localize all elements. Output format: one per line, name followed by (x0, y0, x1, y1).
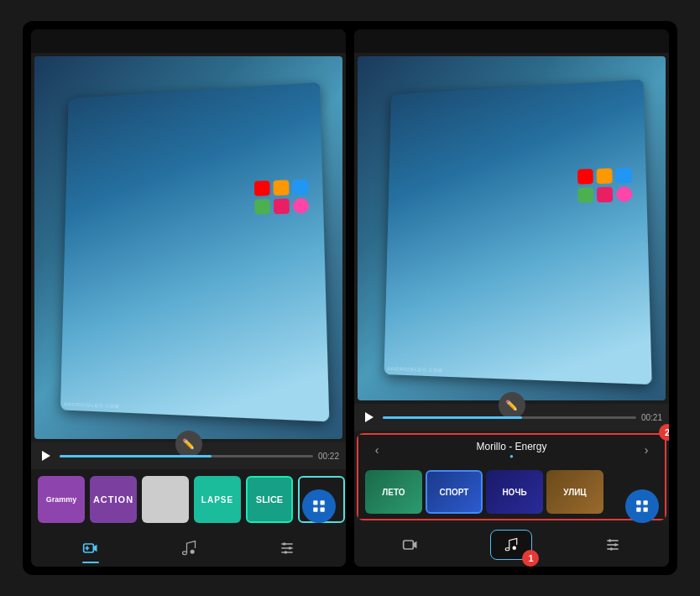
track-title: Morillo - Energy (476, 441, 546, 452)
main-container: ANDROIDLEO.COM 00:22 (0, 0, 700, 596)
left-progress-bar[interactable] (60, 455, 313, 457)
left-play-button[interactable] (38, 447, 55, 464)
music-note-icon (180, 540, 197, 557)
svg-rect-1 (321, 500, 325, 505)
music-note-svg (504, 537, 519, 552)
right-watermark: ANDROIDLEO.COM (387, 365, 442, 373)
watermark-text: ANDROIDLEO.COM (63, 401, 119, 409)
right-add-clip-button[interactable] (399, 533, 422, 557)
right-fab-button[interactable] (625, 489, 659, 523)
right-time-label: 00:21 (641, 413, 662, 422)
badge-1: 1 (522, 550, 539, 567)
svg-point-17 (513, 546, 517, 551)
right-progress-fill (383, 416, 522, 419)
svg-point-9 (283, 542, 285, 545)
left-progress-fill (60, 455, 212, 457)
svg-rect-13 (644, 500, 648, 505)
right-phone-mockup: ANDROIDLEO.COM (384, 79, 651, 384)
genre-city[interactable]: УЛИЦ (546, 470, 603, 514)
right-settings-button[interactable] (601, 533, 624, 557)
panels-wrapper: ANDROIDLEO.COM 00:22 (23, 21, 677, 575)
right-preview-bg: ANDROIDLEO.COM (358, 56, 666, 400)
tile-lapse[interactable]: LAPSE (194, 476, 241, 523)
right-progress-bar[interactable] (383, 416, 636, 419)
tile-slice[interactable]: SLICE (246, 476, 293, 523)
genre-night[interactable]: НОЧЬ (486, 470, 543, 514)
music-note-wrapper: 1 (490, 530, 532, 560)
music-tab-button[interactable] (177, 536, 201, 560)
svg-rect-12 (636, 500, 640, 505)
r-blue-icon (615, 167, 631, 183)
tile-grammy[interactable]: Grammy (38, 476, 85, 523)
genre-summer[interactable]: ЛЕТО (365, 470, 422, 514)
right-add-clip-icon (402, 536, 419, 553)
add-clip-icon (82, 540, 99, 557)
svg-rect-15 (644, 508, 648, 512)
svg-rect-14 (636, 508, 640, 512)
r-play-icon (616, 186, 632, 201)
left-preview-bg: ANDROIDLEO.COM (34, 56, 342, 439)
right-top-bar (354, 29, 669, 53)
svg-rect-16 (403, 541, 413, 549)
add-clip-button[interactable] (79, 536, 102, 560)
left-fab-button[interactable] (302, 489, 336, 523)
track-dot: ● (476, 452, 546, 460)
left-app-icons (254, 180, 309, 215)
green-icon (254, 200, 270, 216)
svg-point-22 (614, 543, 617, 546)
left-phone-mockup: ANDROIDLEO.COM (60, 82, 328, 421)
next-track-button[interactable]: › (636, 440, 656, 460)
left-play-triangle (42, 451, 50, 461)
svg-point-10 (288, 546, 290, 549)
r-orange-icon (596, 168, 612, 184)
r-youtube-icon (577, 168, 593, 184)
right-screen-inner: ANDROIDLEO.COM (384, 79, 651, 384)
left-top-bar (31, 29, 346, 53)
right-bottom-toolbar: 1 (354, 523, 669, 567)
music-track-controls: ‹ Morillo - Energy ● › (358, 435, 665, 465)
left-style-tiles: Grammy ACTION LAPSE SLICE OVER (31, 469, 346, 530)
play-icon (293, 198, 309, 214)
tile-blank[interactable] (142, 476, 189, 523)
left-bottom-toolbar (31, 530, 346, 567)
svg-point-23 (610, 547, 613, 550)
svg-rect-0 (313, 500, 317, 505)
genre-tiles-row: ЛЕТО СПОРТ НОЧЬ УЛИЦ (358, 465, 665, 519)
right-app-icons (577, 167, 633, 202)
prev-track-button[interactable]: ‹ (367, 440, 387, 460)
settings-icon (279, 540, 295, 557)
right-play-triangle (365, 412, 374, 422)
right-edit-handle[interactable] (499, 392, 525, 419)
svg-rect-2 (313, 508, 317, 512)
orange-icon (273, 180, 289, 196)
right-fab-icon (635, 499, 650, 514)
youtube-icon (254, 181, 270, 197)
pink-icon (274, 199, 290, 215)
svg-point-5 (190, 550, 194, 554)
svg-point-11 (284, 551, 286, 553)
r-green-icon (577, 186, 593, 202)
right-play-button[interactable] (361, 409, 378, 426)
left-time-label: 00:22 (318, 452, 339, 461)
genre-sport[interactable]: СПОРТ (426, 470, 483, 514)
left-panel: ANDROIDLEO.COM 00:22 (31, 29, 346, 567)
right-panel: ANDROIDLEO.COM 00:21 (354, 29, 669, 567)
tile-action[interactable]: ACTION (90, 476, 137, 523)
left-fab-icon (311, 499, 326, 514)
settings-tab-button[interactable] (275, 536, 299, 560)
left-phone-preview: ANDROIDLEO.COM (34, 56, 342, 439)
svg-point-21 (609, 539, 611, 541)
left-edit-handle[interactable] (175, 431, 202, 457)
right-phone-preview: ANDROIDLEO.COM (358, 56, 666, 400)
left-screen-inner: ANDROIDLEO.COM (60, 82, 328, 421)
svg-rect-3 (321, 508, 325, 512)
music-player-section: ‹ Morillo - Energy ● › ЛЕТО СПОРТ НОЧЬ У… (357, 433, 666, 520)
right-settings-icon (604, 536, 621, 553)
r-pink-icon (597, 186, 613, 202)
blue-icon (292, 180, 308, 196)
